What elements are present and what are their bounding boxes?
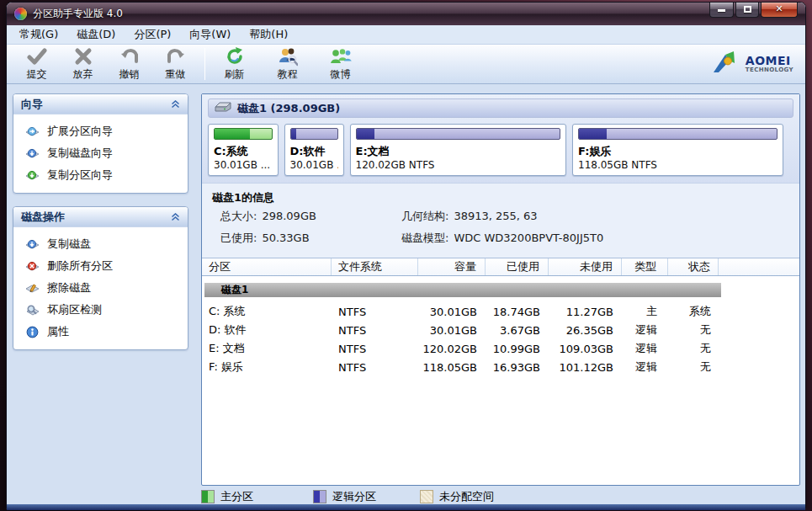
properties-icon [25, 326, 40, 338]
legend-logical: 逻辑分区 [313, 489, 420, 504]
minimize-button[interactable] [709, 3, 734, 18]
disk-model: 磁盘模型:WDC WD3200BPVT-80JJ5T0 [401, 231, 603, 246]
window-bottom-edge [7, 504, 805, 510]
sidebar-item-delete-all-partitions[interactable]: 删除所有分区 [19, 255, 184, 277]
extend-partition-wizard-icon [25, 125, 40, 138]
titlebar[interactable]: 分区助手专业版 4.0 ✕ [7, 3, 805, 25]
chevron-up-icon [171, 209, 180, 225]
weibo-people-icon [330, 46, 352, 67]
col-capacity[interactable]: 容量 [418, 258, 486, 275]
legend-primary: 主分区 [201, 489, 313, 504]
disk-operations-panel: 磁盘操作 复制磁盘 [13, 206, 188, 350]
logical-partition-swatch-icon [313, 490, 326, 503]
legend: 主分区 逻辑分区 未分配空间 [201, 489, 494, 504]
menu-general[interactable]: 常规(G) [10, 25, 67, 44]
disk-operations-section-header[interactable]: 磁盘操作 [13, 207, 188, 227]
sidebar: 向导 扩展分区向导 [13, 93, 188, 363]
disk-info-title: 磁盘1的信息 [212, 190, 789, 205]
usage-bar [214, 128, 273, 140]
disk-group-row[interactable]: 磁盘1 [204, 283, 721, 297]
aomei-brand: AOMEI TECHNOLOGY [712, 50, 793, 78]
partition-block-e[interactable]: E:文档 120.02GB NTFS [350, 124, 567, 176]
refresh-button[interactable]: 刷新 [211, 45, 257, 83]
chevron-up-icon [171, 96, 180, 112]
menu-partition[interactable]: 分区(P) [125, 25, 180, 44]
copy-partition-wizard-icon [25, 169, 40, 182]
usage-bar [290, 128, 338, 140]
bad-sector-test-icon [25, 304, 40, 317]
partition-block-d[interactable]: D:软件 30.01GB ... [284, 124, 344, 176]
hard-disk-icon [215, 100, 231, 116]
redo-button[interactable]: 重做 [152, 45, 199, 83]
copy-disk-icon [25, 238, 40, 251]
window-title: 分区助手专业版 4.0 [33, 7, 123, 21]
tutorial-button[interactable]: 教程 [264, 45, 310, 83]
close-icon: ✕ [775, 3, 783, 14]
main-panel: 磁盘1 (298.09GB) C:系统 30.01GB ... D:软件 30.… [201, 93, 800, 486]
maximize-icon [744, 6, 751, 13]
undo-arrow-icon [119, 46, 140, 67]
app-window: 分区助手专业版 4.0 ✕ 常规(G) 磁盘(D) 分区(P) 向导(W) 帮助… [6, 2, 806, 509]
tutorial-people-icon [278, 46, 298, 67]
disk-total-size: 总大小:298.09GB [220, 209, 316, 224]
partition-block-c[interactable]: C:系统 30.01GB ... [208, 124, 279, 176]
sidebar-item-copy-disk[interactable]: 复制磁盘 [19, 233, 184, 255]
sidebar-item-bad-sector-test[interactable]: 坏扇区检测 [19, 299, 184, 321]
table-row-c[interactable]: C: 系统 NTFS 30.01GB 18.74GB 11.27GB 主 系统 [202, 302, 799, 321]
partition-block-f[interactable]: F:娱乐 118.05GB NTFS [572, 124, 783, 176]
usage-bar [356, 128, 561, 140]
primary-partition-swatch-icon [201, 490, 215, 503]
partition-table: 分区 文件系统 容量 已使用 未使用 类型 状态 磁盘1 C: 系统 NTFS … [202, 258, 799, 376]
disk-header-band[interactable]: 磁盘1 (298.09GB) [208, 98, 793, 118]
menu-help[interactable]: 帮助(H) [240, 25, 297, 44]
discard-button[interactable]: 放弃 [60, 45, 106, 83]
toolbar: 提交 放弃 撤销 重做 [7, 45, 805, 84]
col-partition[interactable]: 分区 [202, 258, 332, 275]
unallocated-space-swatch-icon [420, 490, 433, 503]
sidebar-item-wipe-disk[interactable]: 擦除磁盘 [19, 277, 184, 299]
sidebar-item-copy-disk-wizard[interactable]: 复制磁盘向导 [19, 142, 184, 164]
sidebar-item-properties[interactable]: 属性 [19, 321, 184, 343]
wizard-panel: 向导 扩展分区向导 [13, 93, 188, 194]
col-type[interactable]: 类型 [622, 258, 668, 275]
close-button[interactable]: ✕ [761, 3, 798, 18]
commit-button[interactable]: 提交 [13, 45, 60, 83]
undo-button[interactable]: 撤销 [106, 45, 152, 83]
delete-all-partitions-icon [25, 260, 40, 273]
brand-name: AOMEI [746, 56, 793, 67]
menubar: 常规(G) 磁盘(D) 分区(P) 向导(W) 帮助(H) [7, 25, 805, 45]
discard-x-icon [74, 46, 93, 67]
minimize-icon [718, 9, 725, 12]
toolbar-separator [204, 48, 205, 80]
wipe-disk-icon [25, 282, 40, 295]
menu-wizard[interactable]: 向导(W) [180, 25, 240, 44]
col-used[interactable]: 已使用 [486, 258, 549, 275]
col-status[interactable]: 状态 [668, 258, 719, 275]
disk-info-section: 磁盘1的信息 总大小:298.09GB 已使用:50.33GB 几何结构:389… [202, 183, 799, 258]
disk-used: 已使用:50.33GB [220, 231, 316, 246]
commit-check-icon [27, 46, 47, 67]
col-filesystem[interactable]: 文件系统 [332, 258, 418, 275]
sidebar-item-extend-partition-wizard[interactable]: 扩展分区向导 [19, 120, 184, 142]
menu-disk[interactable]: 磁盘(D) [67, 25, 125, 44]
weibo-button[interactable]: 微博 [317, 45, 364, 83]
redo-arrow-icon [166, 46, 186, 67]
table-header: 分区 文件系统 容量 已使用 未使用 类型 状态 [202, 258, 799, 276]
refresh-icon [225, 46, 245, 67]
copy-disk-wizard-icon [25, 147, 40, 160]
table-row-f[interactable]: F: 娱乐 NTFS 118.05GB 16.93GB 101.12GB 逻辑 … [202, 358, 799, 376]
content-area: 向导 扩展分区向导 [7, 84, 805, 510]
disk-header-label: 磁盘1 (298.09GB) [237, 101, 340, 116]
disk-geometry: 几何结构:38913, 255, 63 [401, 209, 603, 224]
brand-sub: TECHNOLOGY [746, 67, 793, 73]
usage-bar [578, 128, 778, 140]
sidebar-item-copy-partition-wizard[interactable]: 复制分区向导 [19, 164, 184, 186]
col-unused[interactable]: 未使用 [549, 258, 622, 275]
disk-graphical-view: 磁盘1 (298.09GB) C:系统 30.01GB ... D:软件 30.… [202, 94, 799, 183]
wizard-section-header[interactable]: 向导 [13, 94, 188, 114]
maximize-button[interactable] [735, 3, 759, 18]
table-row-d[interactable]: D: 软件 NTFS 30.01GB 3.67GB 26.35GB 逻辑 无 [202, 321, 799, 339]
app-logo-icon [14, 8, 27, 20]
aomei-logo-icon [712, 50, 740, 78]
table-row-e[interactable]: E: 文档 NTFS 120.02GB 10.99GB 109.03GB 逻辑 … [202, 339, 799, 358]
